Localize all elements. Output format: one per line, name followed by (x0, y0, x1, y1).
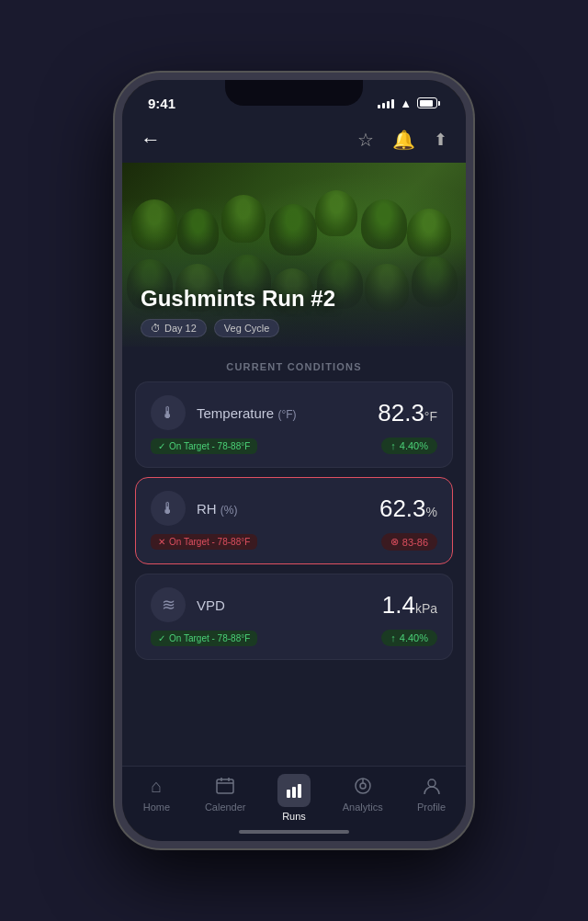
analytics-label: Analytics (343, 802, 383, 813)
temperature-card[interactable]: 🌡 Temperature (°F) 82.3°F ✓ On Target - … (135, 381, 453, 468)
thermometer-icon: 🌡 (151, 395, 186, 430)
nav-item-analytics[interactable]: Analytics (328, 774, 397, 813)
vpd-value: 1.4kPa (382, 591, 437, 620)
svg-rect-5 (292, 787, 296, 798)
card-top-vpd: ≋ VPD 1.4kPa (151, 587, 437, 622)
favorite-icon[interactable]: ☆ (357, 129, 374, 151)
section-label: CURRENT CONDITIONS (135, 347, 453, 381)
card-bottom-rh: ✕ On Target - 78-88°F ⊗ 83-86 (151, 533, 437, 551)
delta-temp: ↑ 4.40% (381, 438, 437, 454)
calendar-icon (213, 774, 237, 798)
cycle-badge: Veg Cycle (214, 319, 280, 337)
day-badge: ⏱ Day 12 (141, 319, 207, 337)
profile-label: Profile (417, 802, 446, 813)
home-label: Home (143, 802, 170, 813)
status-icons: ▲ (378, 97, 440, 110)
hero-section: Gushmints Run #2 ⏱ Day 12 Veg Cycle (122, 163, 466, 347)
rh-card[interactable]: 🌡 RH (%) 62.3% ✕ On Target - 78-88°F (135, 477, 453, 564)
phone-inner: 9:41 ▲ ← ☆ (122, 80, 466, 841)
status-time: 9:41 (148, 96, 175, 111)
sensor-name-temp: Temperature (°F) (197, 405, 297, 421)
temp-value: 82.3°F (378, 399, 437, 427)
alert-icon: ⊗ (390, 536, 399, 548)
battery-icon (417, 97, 440, 108)
svg-rect-0 (217, 779, 233, 793)
off-target-rh: ✕ On Target - 78-88°F (151, 534, 257, 550)
svg-point-10 (428, 779, 435, 787)
main-content: CURRENT CONDITIONS 🌡 Temperature (°F) 82… (122, 347, 466, 766)
vpd-icon: ≋ (151, 587, 186, 622)
notification-icon[interactable]: 🔔 (392, 129, 415, 151)
hero-badges: ⏱ Day 12 Veg Cycle (141, 319, 447, 337)
svg-point-8 (360, 783, 366, 789)
card-bottom-temp: ✓ On Target - 78-88°F ↑ 4.40% (151, 438, 437, 454)
sensor-name-rh: RH (%) (197, 501, 238, 517)
arrow-up-icon-vpd: ↑ (390, 632, 396, 643)
nav-actions: ☆ 🔔 ⬆ (357, 129, 447, 151)
card-left-rh: 🌡 RH (%) (151, 491, 238, 526)
card-left-vpd: ≋ VPD (151, 587, 225, 622)
hero-content: Gushmints Run #2 ⏱ Day 12 Veg Cycle (141, 286, 447, 337)
card-top: 🌡 Temperature (°F) 82.3°F (151, 395, 437, 430)
nav-item-home[interactable]: ⌂ Home (122, 774, 191, 813)
home-icon: ⌂ (144, 774, 168, 798)
clock-icon: ⏱ (151, 323, 161, 334)
vpd-card[interactable]: ≋ VPD 1.4kPa ✓ On Target - 78-88°F (135, 574, 453, 660)
signal-icon (378, 97, 394, 108)
analytics-icon (351, 774, 375, 798)
card-top-rh: 🌡 RH (%) 62.3% (151, 491, 437, 526)
arrow-up-icon: ↑ (390, 440, 396, 451)
runs-icon (277, 774, 311, 807)
on-target-vpd: ✓ On Target - 78-88°F (151, 631, 257, 646)
back-button[interactable]: ← (141, 128, 161, 152)
calendar-label: Calender (205, 802, 246, 813)
check-icon: ✓ (158, 441, 165, 451)
nav-item-runs[interactable]: Runs (260, 774, 329, 822)
profile-icon (420, 774, 444, 798)
svg-rect-6 (298, 784, 301, 798)
on-target-temp: ✓ On Target - 78-88°F (151, 438, 257, 454)
check-icon-vpd: ✓ (158, 633, 165, 643)
nav-item-profile[interactable]: Profile (397, 774, 466, 813)
rh-value: 62.3% (379, 495, 437, 523)
hero-title: Gushmints Run #2 (141, 286, 447, 312)
card-bottom-vpd: ✓ On Target - 78-88°F ↑ 4.40% (151, 630, 437, 646)
home-indicator (239, 830, 349, 834)
notch (225, 80, 363, 106)
card-left: 🌡 Temperature (°F) (151, 395, 297, 430)
top-nav: ← ☆ 🔔 ⬆ (122, 120, 466, 163)
humidity-icon: 🌡 (151, 491, 186, 526)
sensor-name-vpd: VPD (197, 597, 225, 613)
delta-rh: ⊗ 83-86 (381, 533, 437, 551)
nav-item-calendar[interactable]: Calender (191, 774, 260, 813)
runs-label: Runs (282, 811, 306, 822)
wifi-icon: ▲ (400, 97, 412, 110)
share-icon[interactable]: ⬆ (434, 130, 447, 150)
svg-rect-4 (287, 790, 290, 798)
phone-frame: 9:41 ▲ ← ☆ (115, 73, 473, 848)
x-icon: ✕ (158, 537, 165, 547)
delta-vpd: ↑ 4.40% (381, 630, 437, 646)
